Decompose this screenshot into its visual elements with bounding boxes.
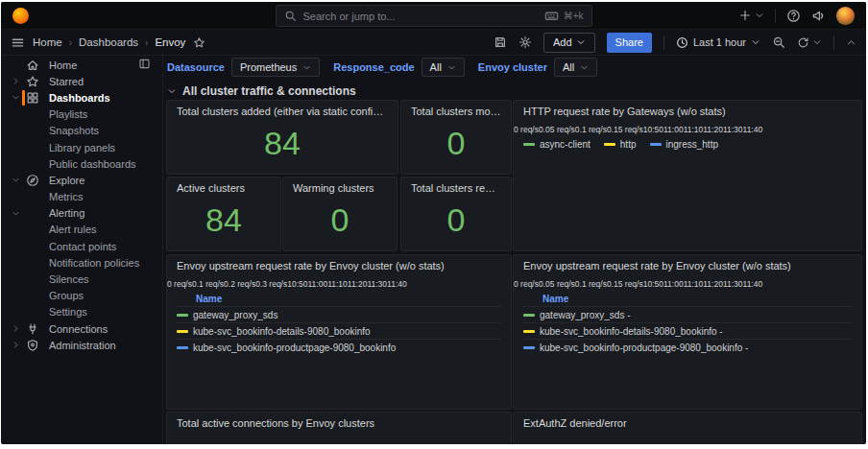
sidebar-item-administration[interactable]: Administration: [1, 337, 162, 353]
sidebar-item-connections[interactable]: Connections: [1, 320, 162, 337]
add-button[interactable]: Add: [543, 33, 595, 53]
sidebar-item-metrics[interactable]: Metrics: [1, 189, 162, 205]
chevron-down-icon: [12, 176, 20, 184]
sidebar-item-snapshots[interactable]: Snapshots: [1, 123, 162, 139]
sidebar-item-home[interactable]: Home: [1, 57, 162, 73]
legend-item-kube-svc-bookinfo-productpage-9080-bookinfo[interactable]: kube-svc_bookinfo-productpage-9080_booki…: [177, 339, 501, 355]
legend-column-name[interactable]: Name: [177, 291, 501, 306]
panel-http-request-rate-by-gateways-w-o-stats: HTTP request rate by Gateways (w/o stats…: [513, 100, 862, 251]
legend-color-swatch: [177, 346, 188, 349]
legend-item-gateway-proxy-sds[interactable]: gateway_proxy_sds -: [523, 306, 852, 322]
sidebar-item-playlists[interactable]: Playlists: [1, 106, 162, 123]
svg-text:10:50: 10:50: [643, 125, 663, 134]
breadcrumb-separator: ›: [69, 37, 72, 48]
chevron-up-icon: [846, 37, 856, 48]
filter-value-datasource[interactable]: Prometheus: [231, 58, 320, 77]
breadcrumb-item-home[interactable]: Home: [33, 36, 62, 48]
svg-text:11:10: 11:10: [684, 279, 704, 289]
divider: [663, 35, 664, 50]
favorite-button[interactable]: [193, 36, 205, 49]
new-button[interactable]: [738, 9, 764, 22]
help-icon: [786, 9, 801, 23]
svg-text:0.1 req/s: 0.1 req/s: [192, 279, 224, 289]
sidebar-item-starred[interactable]: Starred: [1, 73, 162, 89]
filter-value-response-code[interactable]: All: [422, 58, 465, 77]
sidebar-item-contact-points[interactable]: Contact points: [1, 238, 162, 254]
panel-title[interactable]: Total active connections by Envoy cluste…: [167, 413, 511, 431]
filter-value-envoy-cluster[interactable]: All: [554, 58, 597, 77]
divider: [775, 9, 776, 23]
svg-text:0.3 req/s: 0.3 req/s: [255, 279, 287, 289]
svg-text:0 req/s: 0 req/s: [514, 279, 539, 289]
panel-title[interactable]: ExtAuthZ denied/error: [514, 413, 861, 431]
svg-text:0.1 req/s: 0.1 req/s: [575, 279, 607, 289]
topbar-actions: [738, 7, 855, 25]
panel-title[interactable]: Envoy upstream request rate by Envoy clu…: [514, 255, 861, 273]
legend-item-gateway-proxy-sds[interactable]: gateway_proxy_sds: [177, 306, 501, 322]
legend-item-kube-svc-bookinfo-details-9080-bookinfo[interactable]: kube-svc_bookinfo-details-9080_bookinfo: [177, 322, 501, 339]
save-dashboard-button[interactable]: [494, 35, 507, 49]
news-icon: [811, 9, 826, 23]
chevron-right-icon: [12, 324, 20, 333]
legend-color-swatch: [523, 143, 535, 146]
legend-color-swatch: [523, 346, 535, 349]
sidebar-item-public-dashboards[interactable]: Public dashboards: [1, 155, 162, 172]
chart-legend: async-clienthttpingress_http: [514, 136, 861, 153]
panel-title[interactable]: HTTP request rate by Gateways (w/o stats…: [514, 101, 861, 119]
share-button[interactable]: Share: [607, 33, 652, 53]
panel-total-clusters-added-either-via-static-config-or-cds: Total clusters added (either via static …: [166, 100, 398, 175]
zoom-out-icon: [772, 35, 785, 49]
sidebar-item-alert-rules[interactable]: Alert rules: [1, 222, 162, 238]
chart-legend-table: Namegateway_proxy_sds -kube-svc_bookinfo…: [514, 291, 861, 355]
sidebar-item-groups[interactable]: Groups: [1, 288, 162, 304]
svg-text:11:00: 11:00: [663, 279, 684, 289]
sidebar-item-label: Settings: [49, 306, 87, 318]
svg-text:11:40: 11:40: [387, 279, 407, 289]
help-button[interactable]: [786, 9, 801, 23]
sidebar-item-silences[interactable]: Silences: [1, 271, 162, 287]
legend-item-kube-svc-bookinfo-details-9080-bookinfo[interactable]: kube-svc_bookinfo-details-9080_bookinfo …: [523, 322, 852, 339]
collapse-toolbar-button[interactable]: [846, 37, 856, 48]
sidebar-item-explore[interactable]: Explore: [1, 172, 162, 188]
compass-icon: [26, 174, 39, 187]
breadcrumb-item-envoy[interactable]: Envoy: [155, 36, 185, 48]
grafana-logo[interactable]: [12, 8, 29, 24]
legend-item-kube-svc-bookinfo-productpage-9080-bookinfo[interactable]: kube-svc_bookinfo-productpage-9080_booki…: [523, 339, 852, 355]
sidebar-item-settings[interactable]: Settings: [1, 304, 162, 320]
dashboard-settings-button[interactable]: [518, 35, 532, 49]
panel-total-clusters-modified: Total clusters modified ...0: [400, 100, 512, 175]
search-input[interactable]: Search or jump to... ⌘+k: [276, 5, 592, 27]
grafana-app: Search or jump to... ⌘+k Home›Dash: [1, 2, 866, 444]
time-range-picker[interactable]: Last 1 hour: [676, 36, 760, 49]
legend-column-name[interactable]: Name: [523, 291, 852, 306]
legend-item-ingress-http[interactable]: ingress_http: [650, 139, 718, 150]
svg-text:0.2 req/s: 0.2 req/s: [224, 279, 255, 289]
news-button[interactable]: [811, 9, 826, 23]
zoom-out-button[interactable]: [772, 35, 785, 49]
sidebar-item-notification-policies[interactable]: Notification policies: [1, 254, 162, 271]
dock-icon: [138, 58, 151, 70]
legend-item-async-client[interactable]: async-client: [523, 139, 591, 150]
mega-menu-button[interactable]: [11, 35, 25, 50]
sidebar-item-label: Library panels: [49, 142, 115, 154]
breadcrumb-item-dashboards[interactable]: Dashboards: [79, 36, 138, 48]
sidebar-item-alerting[interactable]: undefinedAlerting: [1, 205, 162, 222]
variable-response-code: Response_codeAll: [333, 58, 465, 77]
chart-legend-table: Namegateway_proxy_sdskube-svc_bookinfo-d…: [167, 291, 511, 355]
panel-active-clusters: Active clusters84: [166, 177, 281, 251]
row-section-header[interactable]: All cluster traffic & connections: [167, 84, 356, 98]
panel-title[interactable]: Envoy upstream request rate by Envoy clu…: [167, 255, 511, 273]
sidebar-item-label: Snapshots: [49, 125, 99, 136]
user-avatar[interactable]: [836, 7, 855, 25]
legend-color-swatch: [523, 314, 535, 317]
sidebar-nav: HomeStarredDashboardsPlaylistsSnapshotsL…: [1, 54, 163, 444]
filter-label-response-code: Response_code: [333, 61, 414, 73]
sidebar-item-library-panels[interactable]: Library panels: [1, 139, 162, 155]
dock-menu-button[interactable]: [138, 58, 151, 72]
sidebar-item-dashboards[interactable]: Dashboards: [1, 89, 162, 106]
legend-item-http[interactable]: http: [604, 139, 637, 150]
refresh-button[interactable]: [797, 36, 822, 49]
svg-text:11:10: 11:10: [684, 125, 704, 134]
bell-icon: undefined: [26, 206, 39, 220]
sidebar-item-label: Notification policies: [49, 257, 139, 269]
